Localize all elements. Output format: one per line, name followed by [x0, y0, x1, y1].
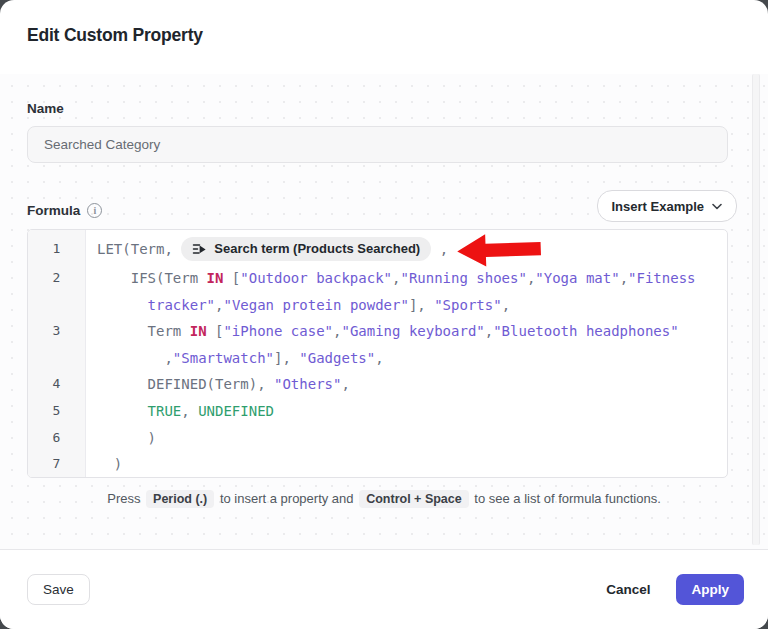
hint-text-1: Press — [107, 491, 140, 506]
code-line[interactable]: ,"Smartwatch"], "Gadgets", — [97, 345, 727, 372]
formula-field-label: Formula — [27, 203, 80, 218]
cancel-button[interactable]: Cancel — [606, 582, 650, 597]
code-line[interactable]: IFS(Term IN ["Outdoor backpack","Running… — [97, 265, 727, 292]
save-button[interactable]: Save — [27, 574, 90, 605]
line-number: 2 — [28, 265, 85, 292]
page-title: Edit Custom Property — [27, 25, 203, 46]
formula-editor[interactable]: 1234567 LET(Term, Search term (Products … — [27, 229, 728, 478]
line-number — [28, 292, 85, 319]
line-number: 3 — [28, 318, 85, 345]
formula-label-row: Formula i — [27, 203, 102, 218]
insert-example-button[interactable]: Insert Example — [597, 190, 738, 222]
chevron-down-icon — [712, 203, 722, 210]
code-line[interactable]: Term IN ["iPhone case","Gaming keyboard"… — [97, 318, 727, 345]
editor-hint: Press Period (.) to insert a property an… — [0, 490, 768, 508]
red-arrow-annotation — [455, 230, 542, 270]
code-line[interactable]: DEFINED(Term), "Others", — [97, 371, 727, 398]
editor-code[interactable]: LET(Term, Search term (Products Searched… — [86, 230, 727, 477]
insert-example-label: Insert Example — [612, 199, 705, 214]
name-field-label: Name — [27, 101, 64, 116]
code-line[interactable]: LET(Term, Search term (Products Searched… — [97, 233, 727, 265]
line-number — [28, 345, 85, 372]
info-icon[interactable]: i — [87, 203, 102, 218]
code-line[interactable]: ) — [97, 425, 727, 452]
kbd-control-space: Control + Space — [359, 490, 469, 508]
line-number: 5 — [28, 398, 85, 425]
property-chip-icon — [192, 242, 207, 256]
name-input[interactable] — [27, 126, 728, 163]
code-line[interactable]: ) — [97, 451, 727, 477]
code-line[interactable]: tracker","Vegan protein powder"], "Sport… — [97, 292, 727, 319]
apply-button[interactable]: Apply — [676, 574, 744, 605]
hint-text-2: to insert a property and — [220, 491, 354, 506]
line-number: 4 — [28, 371, 85, 398]
editor-gutter: 1234567 — [28, 230, 86, 477]
hint-text-3: to see a list of formula functions. — [474, 491, 660, 506]
line-number: 6 — [28, 425, 85, 452]
code-line[interactable]: TRUE, UNDEFINED — [97, 398, 727, 425]
line-number: 1 — [28, 233, 85, 265]
vertical-scrollbar[interactable] — [752, 74, 760, 545]
edit-custom-property-modal: Edit Custom Property Name Formula i Inse… — [0, 0, 768, 629]
property-chip[interactable]: Search term (Products Searched) — [181, 237, 431, 261]
property-chip-label: Search term (Products Searched) — [214, 233, 420, 265]
line-number: 7 — [28, 451, 85, 478]
kbd-period: Period (.) — [146, 490, 214, 508]
modal-footer: Save Cancel Apply — [0, 549, 768, 629]
